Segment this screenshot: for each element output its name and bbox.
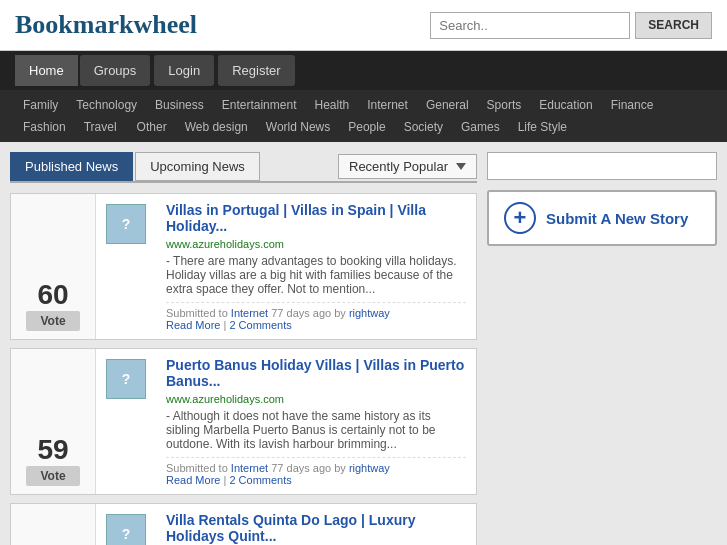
news-item: 60 Vote ? Villas in Portugal | Villas in… — [10, 193, 477, 340]
search-button[interactable]: SEARCH — [635, 12, 712, 39]
cat-sports[interactable]: Sports — [479, 95, 530, 115]
news-author-link[interactable]: rightway — [349, 307, 390, 319]
cat-business[interactable]: Business — [147, 95, 212, 115]
cat-other[interactable]: Other — [129, 117, 175, 137]
submit-story-label: Submit A New Story — [546, 210, 688, 227]
category-bar: Family Technology Business Entertainment… — [0, 90, 727, 142]
cat-general[interactable]: General — [418, 95, 477, 115]
cat-society[interactable]: Society — [396, 117, 451, 137]
news-item: 6 Vote ? Villa Rentals Quinta Do Lago | … — [10, 503, 477, 545]
header: Bookmarkwheel SEARCH — [0, 0, 727, 51]
read-more-link[interactable]: Read More — [166, 319, 220, 331]
tabs-bar: Published News Upcoming News Recently Po… — [10, 152, 477, 183]
search-area: SEARCH — [430, 12, 712, 39]
sidebar: + Submit A New Story — [477, 152, 717, 545]
cat-family[interactable]: Family — [15, 95, 66, 115]
cat-finance[interactable]: Finance — [603, 95, 662, 115]
nav-login[interactable]: Login — [154, 55, 214, 86]
tab-published[interactable]: Published News — [10, 152, 133, 181]
read-more-link[interactable]: Read More — [166, 474, 220, 486]
cat-technology[interactable]: Technology — [68, 95, 145, 115]
thumbnail: ? — [106, 514, 146, 545]
news-body: Villa Rentals Quinta Do Lago | Luxury Ho… — [156, 504, 476, 545]
nav-register[interactable]: Register — [218, 55, 294, 86]
vote-area: 60 Vote — [11, 194, 96, 339]
nav-bar: Home Groups Login Register — [0, 51, 727, 90]
thumbnail-area: ? — [96, 194, 156, 339]
tab-recently-popular[interactable]: Recently Popular — [338, 154, 477, 179]
sidebar-search-input[interactable] — [487, 152, 717, 180]
comments-link[interactable]: 2 Comments — [229, 474, 291, 486]
cat-worldnews[interactable]: World News — [258, 117, 338, 137]
submit-story-button[interactable]: + Submit A New Story — [487, 190, 717, 246]
thumbnail-area: ? — [96, 349, 156, 494]
nav-home[interactable]: Home — [15, 55, 78, 86]
news-meta: Submitted to Internet 77 days ago by rig… — [166, 302, 466, 331]
news-description: - There are many advantages to booking v… — [166, 254, 466, 296]
vote-area: 59 Vote — [11, 349, 96, 494]
news-url: www.azureholidays.com — [166, 393, 466, 405]
cat-health[interactable]: Health — [306, 95, 357, 115]
vote-area: 6 Vote — [11, 504, 96, 545]
news-body: Puerto Banus Holiday Villas | Villas in … — [156, 349, 476, 494]
cat-travel[interactable]: Travel — [76, 117, 125, 137]
cat-fashion[interactable]: Fashion — [15, 117, 74, 137]
cat-entertainment[interactable]: Entertainment — [214, 95, 305, 115]
news-author-link[interactable]: rightway — [349, 462, 390, 474]
news-title[interactable]: Villas in Portugal | Villas in Spain | V… — [166, 202, 466, 234]
news-title[interactable]: Villa Rentals Quinta Do Lago | Luxury Ho… — [166, 512, 466, 544]
vote-button[interactable]: Vote — [26, 311, 79, 331]
news-item: 59 Vote ? Puerto Banus Holiday Villas | … — [10, 348, 477, 495]
news-description: - Although it does not have the same his… — [166, 409, 466, 451]
cat-webdesign[interactable]: Web design — [177, 117, 256, 137]
cat-games[interactable]: Games — [453, 117, 508, 137]
news-category-link[interactable]: Internet — [231, 462, 268, 474]
comments-link[interactable]: 2 Comments — [229, 319, 291, 331]
thumbnail-area: ? — [96, 504, 156, 545]
news-meta: Submitted to Internet 77 days ago by rig… — [166, 457, 466, 486]
cat-people[interactable]: People — [340, 117, 393, 137]
news-url: www.azureholidays.com — [166, 238, 466, 250]
logo: Bookmarkwheel — [15, 10, 197, 40]
cat-education[interactable]: Education — [531, 95, 600, 115]
content-area: Published News Upcoming News Recently Po… — [10, 152, 477, 545]
vote-count: 60 — [37, 279, 68, 311]
vote-button[interactable]: Vote — [26, 466, 79, 486]
search-input[interactable] — [430, 12, 630, 39]
cat-internet[interactable]: Internet — [359, 95, 416, 115]
cat-lifestyle[interactable]: Life Style — [510, 117, 575, 137]
news-title[interactable]: Puerto Banus Holiday Villas | Villas in … — [166, 357, 466, 389]
thumbnail: ? — [106, 359, 146, 399]
nav-groups[interactable]: Groups — [80, 55, 151, 86]
news-category-link[interactable]: Internet — [231, 307, 268, 319]
vote-count: 59 — [37, 434, 68, 466]
main-layout: Published News Upcoming News Recently Po… — [0, 142, 727, 545]
tab-upcoming[interactable]: Upcoming News — [135, 152, 260, 181]
dropdown-arrow-icon — [456, 163, 466, 170]
thumbnail: ? — [106, 204, 146, 244]
news-body: Villas in Portugal | Villas in Spain | V… — [156, 194, 476, 339]
submit-plus-icon: + — [504, 202, 536, 234]
